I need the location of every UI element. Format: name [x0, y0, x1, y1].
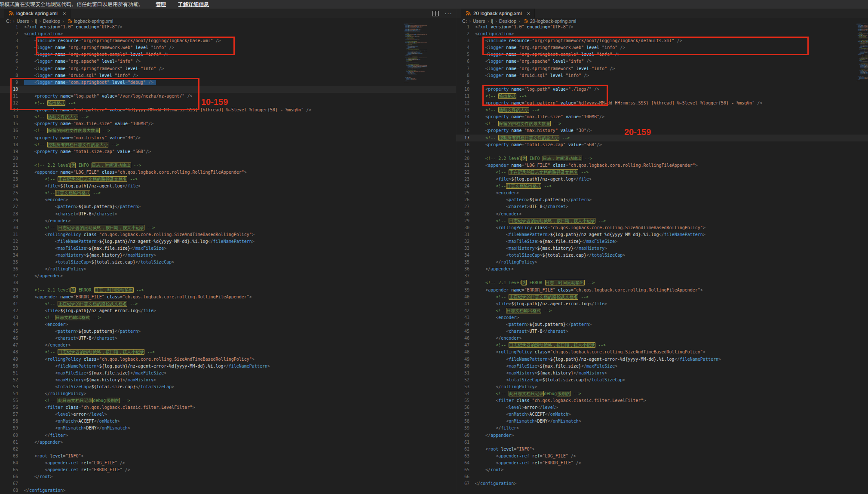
code-line[interactable]: 41 <file>${log.path}/nz-agent-error.log<… — [456, 301, 868, 307]
code-line[interactable]: 34 <maxHistory>${max.history}</maxHistor… — [0, 252, 456, 259]
code-line[interactable]: 35 <totalSizeCap>${total.size.cap}</tota… — [0, 259, 456, 266]
code-line[interactable]: 20 — [0, 155, 456, 162]
code-line[interactable]: 6 <logger name="org.apache" level="info"… — [456, 58, 868, 65]
code-line[interactable]: 26 <encoder> — [0, 196, 456, 203]
breadcrumb-file[interactable]: 20-logback-spring.xml — [516, 18, 576, 24]
code-line[interactable]: 65 <appender-ref ref="ERROR_FILE" /> — [0, 466, 456, 473]
code-line[interactable]: 50 <fileNamePattern>${log.path}/nz-agent… — [0, 363, 456, 370]
code-line[interactable]: 50 <maxFileSize>${max.file.size}</maxFil… — [456, 363, 868, 370]
code-line[interactable]: 35 </rollingPolicy> — [456, 259, 868, 266]
code-line[interactable]: 64 <appender-ref ref="ERROR_FILE" /> — [456, 460, 868, 466]
left-minimap[interactable]: <?xml version="1.0" encoding="UTF-8"?><c… — [404, 24, 427, 85]
code-line[interactable]: 23 <file>${log.path}/nz-agent.log</file> — [456, 176, 868, 183]
code-line[interactable]: 10 — [0, 86, 456, 93]
code-line[interactable]: 18 <property name="total.size.cap" value… — [456, 141, 868, 148]
code-line[interactable]: 21 <appender name="LOG_FILE" class="ch.q… — [456, 162, 868, 169]
breadcrumb-drive[interactable]: C: — [6, 18, 11, 24]
code-line[interactable]: 23 <!-- 正在记录的日志文档的路径及文档名 --> — [0, 176, 456, 183]
code-line[interactable]: 53 <totalSizeCap>${total.size.cap}</tota… — [0, 384, 456, 390]
code-line[interactable]: 28 <charset>UTF-8</charset> — [0, 211, 456, 218]
code-line[interactable]: 25 <encoder> — [456, 190, 868, 196]
code-line[interactable]: 39 <appender name="ERROR_FILE" class="ch… — [456, 287, 868, 294]
code-line[interactable]: 68</configuration> — [0, 487, 456, 494]
code-line[interactable]: 36 </appender> — [456, 266, 868, 273]
code-line[interactable]: 20 <!-- 2.2 level为 INFO 日志，时间滚动输出 --> — [456, 155, 868, 162]
code-line[interactable]: 63 <root level="INFO"> — [0, 453, 456, 460]
tab-logback-spring-xml[interactable]: logback-spring.xml × — [4, 9, 71, 18]
code-line[interactable]: 9 — [456, 79, 868, 86]
code-line[interactable]: 61 — [456, 439, 868, 446]
code-line[interactable]: 51 <maxHistory>${max.history}</maxHistor… — [456, 370, 868, 377]
code-line[interactable]: 29 <!-- 日志记录器的滚动策略，按日期，按大小记录 --> — [456, 218, 868, 224]
breadcrumb-users[interactable]: Users — [467, 18, 485, 24]
tab-close-icon[interactable]: × — [527, 10, 531, 17]
code-line[interactable]: 25 <!--日志文档输出格式 --> — [0, 190, 456, 196]
code-line[interactable]: 31 <fileNamePattern>${log.path}/nz-agent… — [456, 231, 868, 238]
code-line[interactable]: 22 <!-- 正在记录的日志文档的路径及文档名 --> — [456, 169, 868, 176]
code-line[interactable]: 4 <logger name="org.springframework.web"… — [456, 44, 868, 51]
code-line[interactable]: 60 </filter> — [0, 432, 456, 439]
code-line[interactable]: 52 <maxHistory>${max.history}</maxHistor… — [0, 377, 456, 384]
code-line[interactable]: 61 </appender> — [0, 439, 456, 446]
code-line[interactable]: 12 <!-- 输出格式 --> — [0, 100, 456, 107]
code-line[interactable]: 56 <level>error</level> — [456, 404, 868, 411]
code-line[interactable]: 5 <logger name="org.springboot.sample" l… — [456, 51, 868, 58]
code-line[interactable]: 49 <rollingPolicy class="ch.qos.logback.… — [0, 356, 456, 363]
code-line[interactable]: 24 <!--日志文档输出格式 --> — [456, 183, 868, 190]
code-line[interactable]: 36 </rollingPolicy> — [0, 266, 456, 273]
more-actions-icon[interactable]: ··· — [445, 11, 452, 15]
code-line[interactable]: 55 <filter class="ch.qos.logback.classic… — [456, 397, 868, 404]
code-line[interactable]: 14 <property name="max.file.size" value=… — [456, 114, 868, 120]
code-line[interactable]: 3 <include resource="org/springframework… — [0, 37, 456, 44]
code-line[interactable]: 42 <!--日志文档输出格式 --> — [456, 307, 868, 314]
code-line[interactable]: 45 <pattern>${out.pattern}</pattern> — [0, 328, 456, 335]
code-line[interactable]: 39 <!-- 2.1 level为 ERROR 日志，时间滚动输出 --> — [0, 287, 456, 294]
code-line[interactable]: 42 <file>${log.path}/nz-agent-error.log<… — [0, 307, 456, 314]
banner-manage-link[interactable]: 管理 — [156, 1, 166, 8]
code-line[interactable]: 44 <pattern>${out.pattern}</pattern> — [456, 321, 868, 328]
code-line[interactable]: 37 </appender> — [0, 273, 456, 279]
code-line[interactable]: 43 <!--日志文档输出格式 --> — [0, 314, 456, 321]
code-line[interactable]: 48 <!-- 日志记录器的滚动策略，按日期，按大小记录 --> — [0, 349, 456, 356]
code-line[interactable]: 59 <onMismatch>DENY</onMismatch> — [0, 425, 456, 432]
code-line[interactable]: 41 <!-- 正在记录的日志文档的路径及文档名 --> — [0, 301, 456, 307]
code-line[interactable]: 11 <property name="log.path" value="/var… — [0, 93, 456, 100]
code-line[interactable]: 18 <!-- 控制所有归档日志文件的总大小 --> — [0, 141, 456, 148]
code-line[interactable]: 57 <onMatch>ACCEPT</onMatch> — [456, 411, 868, 418]
code-line[interactable]: 55 <!-- 此日志文档只记录debug级别的 --> — [0, 397, 456, 404]
code-line[interactable]: 7 <logger name="org.springframework" lev… — [456, 65, 868, 72]
breadcrumb-user[interactable]: lj — [29, 18, 37, 24]
right-minimap[interactable]: <?xml version="1.0" encoding="UTF-8"?><c… — [856, 24, 868, 84]
code-line[interactable]: 24 <file>${log.path}/nz-agent.log</file> — [0, 183, 456, 190]
code-line[interactable]: 5 <logger name="org.springboot.sample" l… — [0, 51, 456, 58]
code-line[interactable]: 47 <!-- 日志记录器的滚动策略，按日期，按大小记录 --> — [456, 342, 868, 349]
code-line[interactable]: 64 <appender-ref ref="LOG_FILE" /> — [0, 460, 456, 466]
left-code-editor[interactable]: 1<?xml version="1.0" encoding="UTF-8"?>2… — [0, 24, 456, 494]
code-line[interactable]: 33 <maxFileSize>${max.file.size}</maxFil… — [0, 245, 456, 252]
code-line[interactable]: 26 <pattern>${out.pattern}</pattern> — [456, 196, 868, 203]
code-line[interactable]: 66 </root> — [0, 473, 456, 480]
code-line[interactable]: 2<configuration> — [0, 31, 456, 37]
code-line[interactable]: 49 <fileNamePattern>${log.path}/nz-agent… — [456, 356, 868, 363]
code-line[interactable]: 31 <rollingPolicy class="ch.qos.logback.… — [0, 231, 456, 238]
breadcrumb-user[interactable]: lj — [485, 18, 493, 24]
code-line[interactable]: 46 </encoder> — [456, 335, 868, 342]
code-line[interactable]: 62 <root level="INFO"> — [456, 446, 868, 453]
code-line[interactable]: 32 <fileNamePattern>${log.path}/nz-agent… — [0, 238, 456, 245]
code-line[interactable]: 19 <property name="total.size.cap" value… — [0, 148, 456, 155]
breadcrumb-users[interactable]: Users — [11, 18, 29, 24]
code-line[interactable]: 58 <onMatch>ACCEPT</onMatch> — [0, 418, 456, 425]
code-line[interactable]: 58 <onMismatch>DENY</onMismatch> — [456, 418, 868, 425]
code-line[interactable]: 67</configuration> — [456, 480, 868, 487]
code-line[interactable]: 63 <appender-ref ref="LOG_FILE" /> — [456, 453, 868, 460]
code-line[interactable]: 16 <property name="max.history" value="3… — [456, 127, 868, 134]
code-line[interactable]: 53 </rollingPolicy> — [456, 384, 868, 390]
code-line[interactable]: 28 </encoder> — [456, 211, 868, 218]
code-line[interactable]: 60 </appender> — [456, 432, 868, 439]
code-line[interactable]: 48 <rollingPolicy class="ch.qos.logback.… — [456, 349, 868, 356]
code-line[interactable]: 27 <pattern>${out.pattern}</pattern> — [0, 203, 456, 210]
code-line[interactable]: 59 </filter> — [456, 425, 868, 432]
tab-close-icon[interactable]: × — [63, 10, 66, 17]
code-line[interactable]: 9 <logger name="com.springboot" level="d… — [0, 79, 456, 86]
code-line[interactable]: 11 <!-- 输出格式 --> — [456, 93, 868, 100]
